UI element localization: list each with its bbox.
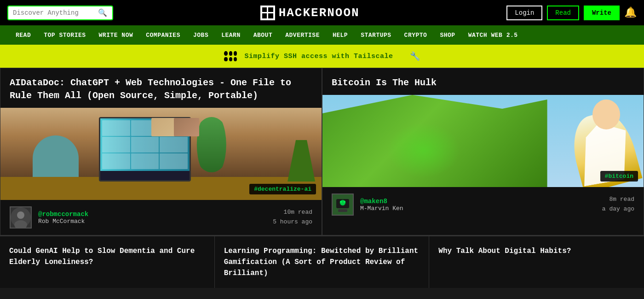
search-input[interactable] xyxy=(13,9,98,17)
chair-illustration xyxy=(33,135,79,182)
author-1-info: @robmccormack Rob McCormack xyxy=(38,211,266,225)
svg-rect-8 xyxy=(338,209,347,212)
banner-text: Simplify SSH access with Tailscale xyxy=(244,53,393,60)
nav-item-help[interactable]: HELP xyxy=(326,25,354,45)
article-2-tag[interactable]: #bitcoin xyxy=(600,171,638,182)
read-button[interactable]: Read xyxy=(547,6,579,20)
article-2-readtime: 8m read a day ago xyxy=(602,195,634,214)
logo-icon xyxy=(260,6,275,20)
article-1-image: #decentralize-ai xyxy=(0,108,322,200)
featured-articles-grid: AIDataDoc: ChatGPT + Web Technologies - … xyxy=(0,68,644,235)
svg-point-6 xyxy=(340,201,342,203)
article-1-title: AIDataDoc: ChatGPT + Web Technologies - … xyxy=(0,68,322,108)
nav-item-startups[interactable]: STARTUPS xyxy=(354,25,397,45)
bottom-title-3: Why Talk About Digital Habits? xyxy=(438,246,635,257)
bottom-articles-grid: Could GenAI Help to Slow Dementia and Cu… xyxy=(0,236,644,288)
main-nav: READ TOP STORIES WRITE NOW COMPANIES JOB… xyxy=(0,25,644,45)
featured-article-2[interactable]: Bitcoin Is The Hulk xyxy=(322,68,644,235)
nav-item-about[interactable]: ABOUT xyxy=(247,25,279,45)
article-2-image: #bitcoin xyxy=(322,95,644,187)
bottom-title-2: Learning Programming: Bewitched by Brill… xyxy=(224,246,420,279)
dog-image-1 xyxy=(151,118,177,136)
article-1-tag[interactable]: #decentralize-ai xyxy=(249,184,316,194)
dog-image-2 xyxy=(174,118,199,136)
nav-item-watch-web[interactable]: WATCH WEB 2.5 xyxy=(462,25,524,45)
article-2-meta: @maken8 M-Marvin Ken 8m read a day ago xyxy=(322,187,644,222)
author-1-name: Rob McCormack xyxy=(38,218,266,225)
bottom-article-1[interactable]: Could GenAI Help to Slow Dementia and Cu… xyxy=(0,236,215,288)
author-2-handle[interactable]: @maken8 xyxy=(360,198,596,205)
nav-item-shop[interactable]: SHOP xyxy=(433,25,461,45)
author-2-name: M-Marvin Ken xyxy=(360,205,596,212)
author-1-avatar xyxy=(10,206,32,229)
notification-bell-icon[interactable]: 🔔 xyxy=(624,6,637,19)
nav-item-learn[interactable]: LEARN xyxy=(215,25,247,45)
bottom-article-2[interactable]: Learning Programming: Bewitched by Brill… xyxy=(215,236,430,288)
banner-tool-icon: 🔧 xyxy=(410,51,420,61)
hulk-glow xyxy=(387,123,460,178)
plant2-illustration xyxy=(288,140,315,182)
login-button[interactable]: Login xyxy=(506,6,542,20)
svg-point-5 xyxy=(340,200,345,205)
nav-item-top-stories[interactable]: TOP STORIES xyxy=(37,25,92,45)
featured-article-1[interactable]: AIDataDoc: ChatGPT + Web Technologies - … xyxy=(0,68,322,235)
nav-item-crypto[interactable]: CRYPTO xyxy=(398,25,434,45)
bottom-title-1: Could GenAI Help to Slow Dementia and Cu… xyxy=(9,246,205,268)
write-button[interactable]: Write xyxy=(584,6,620,20)
nav-item-jobs[interactable]: JOBS xyxy=(187,25,215,45)
article-1-readtime: 10m read 5 hours ago xyxy=(273,208,312,227)
search-bar[interactable]: 🔍 xyxy=(7,6,113,20)
author-1-handle[interactable]: @robmccormack xyxy=(38,211,266,218)
main-content: AIDataDoc: ChatGPT + Web Technologies - … xyxy=(0,68,644,288)
bottom-article-3[interactable]: Why Talk About Digital Habits? xyxy=(429,236,644,288)
search-icon: 🔍 xyxy=(98,8,107,18)
nav-item-advertise[interactable]: ADVERTISE xyxy=(279,25,326,45)
author-2-avatar xyxy=(332,193,354,216)
svg-point-7 xyxy=(344,201,345,203)
banner-logo-icon xyxy=(224,51,237,61)
header: 🔍 HACKERNOON Login Read Write 🔔 xyxy=(0,0,644,25)
article-2-title: Bitcoin Is The Hulk xyxy=(322,68,644,95)
nav-item-read[interactable]: READ xyxy=(9,25,37,45)
logo-text: HACKERNOON xyxy=(279,6,360,20)
header-actions: Login Read Write 🔔 xyxy=(506,6,637,20)
nav-item-write-now[interactable]: WRITE NOW xyxy=(92,25,140,45)
author-2-info: @maken8 M-Marvin Ken xyxy=(360,198,596,212)
svg-point-1 xyxy=(17,211,24,219)
site-logo[interactable]: HACKERNOON xyxy=(260,6,360,20)
nav-item-companies[interactable]: COMPANIES xyxy=(139,25,187,45)
article-1-meta: @robmccormack Rob McCormack 10m read 5 h… xyxy=(0,200,322,235)
promo-banner[interactable]: Simplify SSH access with Tailscale 🔧 xyxy=(0,45,644,68)
